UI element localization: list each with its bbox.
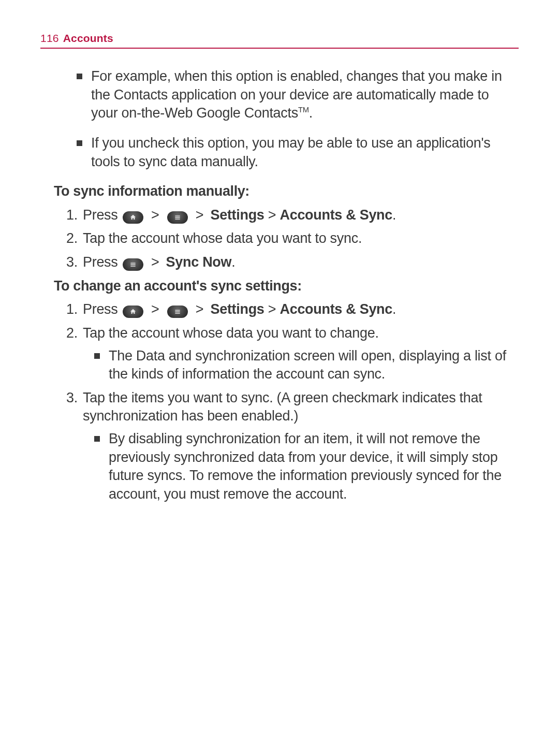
menu-key-icon bbox=[167, 211, 188, 224]
home-key-icon bbox=[123, 306, 143, 318]
breadcrumb-separator: > bbox=[151, 207, 163, 223]
breadcrumb-separator: > bbox=[196, 207, 208, 223]
step-text: Tap the items you want to sync. (A green… bbox=[83, 390, 482, 424]
menu-key-icon bbox=[123, 258, 143, 271]
menu-key-icon bbox=[167, 306, 188, 318]
sub-bullet: By disabling synchronization for an item… bbox=[94, 430, 519, 504]
step: 2. Tap the account whose data you want t… bbox=[66, 324, 519, 384]
breadcrumb-separator: > bbox=[151, 301, 163, 317]
steps-change-settings: 1. Press > > Settings > Accounts & Sync.… bbox=[66, 300, 519, 503]
intro-bullet-list: For example, when this option is enabled… bbox=[77, 67, 519, 171]
ui-label: Sync Now bbox=[166, 254, 232, 270]
svg-rect-4 bbox=[130, 264, 135, 265]
step: 3. Press > Sync Now. bbox=[66, 253, 519, 272]
page-number: 116 bbox=[40, 32, 59, 45]
step: 3. Tap the items you want to sync. (A gr… bbox=[66, 389, 519, 504]
page-content: For example, when this option is enabled… bbox=[40, 67, 519, 504]
svg-rect-5 bbox=[130, 266, 135, 266]
step-text: Tap the account whose data you want to c… bbox=[83, 325, 379, 341]
step-number: 1. bbox=[66, 300, 78, 319]
svg-rect-1 bbox=[175, 217, 180, 217]
breadcrumb-separator: > bbox=[268, 207, 280, 223]
tail: . bbox=[392, 301, 396, 317]
sub-bullet-list: By disabling synchronization for an item… bbox=[94, 430, 519, 504]
svg-rect-8 bbox=[175, 313, 180, 314]
ui-label: Accounts & Sync bbox=[280, 207, 392, 223]
sub-bullet: The Data and synchronization screen will… bbox=[94, 347, 519, 384]
step-number: 3. bbox=[66, 253, 78, 272]
sub-bullet-text: The Data and synchronization screen will… bbox=[109, 348, 506, 382]
subheading-change-settings: To change an account's sync settings: bbox=[54, 277, 519, 296]
step-text: Press bbox=[83, 254, 122, 270]
step-number: 2. bbox=[66, 229, 78, 248]
step-number: 3. bbox=[66, 389, 78, 408]
step-number: 2. bbox=[66, 324, 78, 343]
breadcrumb-separator: > bbox=[151, 254, 163, 270]
sub-bullet-text: By disabling synchronization for an item… bbox=[109, 431, 502, 502]
bullet-text: For example, when this option is enabled… bbox=[91, 68, 502, 121]
step: 1. Press > > Settings > Accounts & Sync. bbox=[66, 300, 519, 319]
tail: . bbox=[231, 254, 235, 270]
step-text: Press bbox=[83, 207, 122, 223]
step: 2. Tap the account whose data you want t… bbox=[66, 229, 519, 248]
ui-label: Settings bbox=[210, 301, 264, 317]
step-number: 1. bbox=[66, 206, 78, 225]
svg-rect-7 bbox=[175, 312, 180, 312]
running-header: 116 Accounts bbox=[40, 32, 519, 45]
home-key-icon bbox=[123, 211, 143, 224]
svg-rect-6 bbox=[175, 310, 180, 311]
manual-page: 116 Accounts For example, when this opti… bbox=[0, 0, 559, 504]
ui-label: Settings bbox=[210, 207, 264, 223]
bullet-text: If you uncheck this option, you may be a… bbox=[91, 135, 491, 169]
step-text: Press bbox=[83, 301, 122, 317]
steps-sync-manually: 1. Press > > Settings > Accounts & Sync.… bbox=[66, 206, 519, 272]
subheading-sync-manually: To sync information manually: bbox=[54, 182, 519, 201]
intro-bullet: For example, when this option is enabled… bbox=[77, 67, 519, 123]
ui-label: Accounts & Sync bbox=[280, 301, 392, 317]
svg-rect-0 bbox=[175, 215, 180, 216]
intro-bullet: If you uncheck this option, you may be a… bbox=[77, 134, 519, 171]
svg-rect-2 bbox=[175, 219, 180, 219]
tail: . bbox=[392, 207, 396, 223]
bullet-text-tail: . bbox=[309, 105, 313, 121]
breadcrumb-separator: > bbox=[196, 301, 208, 317]
section-title: Accounts bbox=[63, 32, 113, 45]
step-text: Tap the account whose data you want to s… bbox=[83, 230, 362, 246]
trademark-symbol: TM bbox=[298, 106, 309, 114]
header-rule bbox=[40, 48, 519, 49]
svg-rect-3 bbox=[130, 263, 135, 264]
sub-bullet-list: The Data and synchronization screen will… bbox=[94, 347, 519, 384]
breadcrumb-separator: > bbox=[268, 301, 280, 317]
step: 1. Press > > Settings > Accounts & Sync. bbox=[66, 206, 519, 225]
